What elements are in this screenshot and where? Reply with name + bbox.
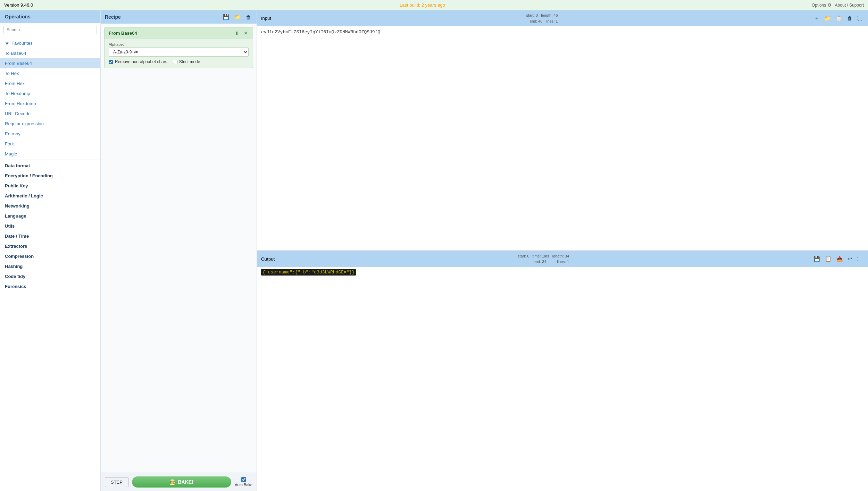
sidebar-item-label: Language bbox=[5, 213, 26, 219]
sidebar-item-label: Magic bbox=[5, 151, 17, 156]
sidebar-item-label: Networking bbox=[5, 203, 30, 209]
output-copy-button[interactable]: 📋 bbox=[824, 255, 833, 263]
output-undo-button[interactable]: ↩ bbox=[846, 255, 854, 263]
sidebar-item-label: From Hex bbox=[5, 81, 25, 86]
sidebar-item-to-base64[interactable]: To Base64 bbox=[0, 48, 100, 58]
search-box bbox=[0, 23, 100, 37]
sidebar-item-extractors[interactable]: Extractors bbox=[0, 241, 100, 251]
recipe-body: From Base64 ⏸ ✕ Alphabet A-Za-z0-9+/= A-… bbox=[101, 24, 257, 473]
op-close-button[interactable]: ✕ bbox=[243, 30, 249, 36]
output-stat-line2: end: 34 lines: 1 bbox=[534, 259, 569, 265]
sidebar-item-forensics[interactable]: Forensics bbox=[0, 281, 100, 291]
strict-mode-checkbox-label[interactable]: Strict mode bbox=[173, 59, 200, 64]
io-panel: Input start: 0 length: 46 end: 46 lines:… bbox=[257, 10, 868, 491]
recipe-save-button[interactable]: 💾 bbox=[222, 13, 231, 21]
sidebar-item-language[interactable]: Language bbox=[0, 211, 100, 221]
sidebar-item-date-time[interactable]: Date / Time bbox=[0, 231, 100, 241]
sidebar-item-code-tidy[interactable]: Code tidy bbox=[0, 271, 100, 281]
search-input[interactable] bbox=[3, 26, 97, 34]
sidebar-item-label: Arithmetic / Logic bbox=[5, 193, 43, 198]
op-pause-button[interactable]: ⏸ bbox=[234, 30, 241, 36]
sidebar-item-entropy[interactable]: Entropy bbox=[0, 129, 100, 139]
options-about-group: Options ⚙ About / Support bbox=[812, 2, 864, 8]
step-button[interactable]: STEP bbox=[105, 477, 128, 487]
sidebar-item-label: Forensics bbox=[5, 284, 26, 289]
sidebar-item-compression[interactable]: Compression bbox=[0, 251, 100, 261]
auto-bake-wrap: Auto Bake bbox=[235, 477, 252, 487]
sidebar-item-from-base64[interactable]: From Base64 bbox=[0, 58, 100, 68]
input-add-button[interactable]: ＋ bbox=[813, 14, 821, 22]
options-link[interactable]: Options ⚙ bbox=[812, 2, 832, 8]
sidebar-item-fork[interactable]: Fork bbox=[0, 139, 100, 149]
version-label: Version 9.46.0 bbox=[4, 2, 33, 8]
output-header-icons: 💾 📋 📥 ↩ ⛶ bbox=[812, 255, 864, 263]
output-stats: start: 0 time: 1ms length: 34 end: 34 li… bbox=[518, 253, 569, 265]
remove-non-alphabet-checkbox-label[interactable]: Remove non-alphabet chars bbox=[109, 59, 167, 64]
sidebar-header: Operations bbox=[0, 10, 100, 23]
sidebar-item-hashing[interactable]: Hashing bbox=[0, 261, 100, 271]
sidebar-item-label: Extractors bbox=[5, 244, 27, 249]
sidebar-item-to-hexdump[interactable]: To Hexdump bbox=[0, 88, 100, 99]
input-panel: Input start: 0 length: 46 end: 46 lines:… bbox=[257, 10, 868, 251]
recipe-header: Recipe 💾 📁 🗑 bbox=[101, 10, 257, 24]
auto-bake-checkbox[interactable] bbox=[241, 477, 246, 482]
sidebar-item-label: Regular expression bbox=[5, 121, 44, 126]
sidebar-item-from-hexdump[interactable]: From Hexdump bbox=[0, 99, 100, 109]
sidebar-item-label: Date / Time bbox=[5, 234, 29, 239]
input-stat-start-end: start: 0 length: 46 bbox=[526, 12, 558, 18]
sidebar-item-arithmetic-logic[interactable]: Arithmetic / Logic bbox=[0, 191, 100, 201]
sidebar-item-label: Code tidy bbox=[5, 274, 25, 279]
sidebar-item-label: To Hexdump bbox=[5, 91, 30, 96]
sidebar-item-magic[interactable]: Magic bbox=[0, 149, 100, 159]
about-link[interactable]: About / Support bbox=[835, 3, 864, 8]
output-expand-button[interactable]: ⛶ bbox=[856, 255, 864, 263]
recipe-folder-button[interactable]: 📁 bbox=[233, 13, 242, 21]
remove-non-alphabet-checkbox[interactable] bbox=[109, 60, 113, 64]
input-stat-end-lines: end: 46 lines: 1 bbox=[530, 18, 558, 24]
output-save-button[interactable]: 💾 bbox=[812, 255, 821, 263]
input-header-icons: ＋ 📁 📋 🗑 ⛶ bbox=[813, 14, 864, 22]
sidebar-item-utils[interactable]: Utils bbox=[0, 221, 100, 231]
recipe-header-icons: 💾 📁 🗑 bbox=[222, 13, 252, 21]
input-trash-button[interactable]: 🗑 bbox=[846, 15, 854, 22]
sidebar-item-label: URL Decode bbox=[5, 111, 31, 116]
op-card-icons: ⏸ ✕ bbox=[234, 30, 249, 36]
sidebar-item-label: Favourites bbox=[11, 41, 33, 46]
main-layout: Operations ★ Favourites To Base64 From B… bbox=[0, 10, 868, 491]
op-card-header: From Base64 ⏸ ✕ bbox=[105, 27, 253, 39]
sidebar-item-encryption-encoding[interactable]: Encryption / Encoding bbox=[0, 171, 100, 181]
sidebar-item-from-hex[interactable]: From Hex bbox=[0, 78, 100, 88]
input-textarea[interactable] bbox=[257, 26, 868, 251]
sidebar-item-label: Hashing bbox=[5, 264, 23, 269]
operations-list: ★ Favourites To Base64 From Base64 To He… bbox=[0, 37, 100, 491]
output-header: Output start: 0 time: 1ms length: 34 end… bbox=[257, 251, 868, 267]
input-expand-button[interactable]: ⛶ bbox=[856, 15, 864, 22]
output-paste-button[interactable]: 📥 bbox=[835, 255, 844, 263]
input-paste-button[interactable]: 📋 bbox=[834, 15, 844, 22]
options-label: Options bbox=[812, 3, 826, 8]
sidebar-item-networking[interactable]: Networking bbox=[0, 201, 100, 211]
sidebar-item-label: Compression bbox=[5, 254, 34, 259]
bake-button[interactable]: 🧑‍🍳 BAKE! bbox=[132, 476, 231, 488]
about-label: About / Support bbox=[835, 3, 864, 8]
output-panel: Output start: 0 time: 1ms length: 34 end… bbox=[257, 251, 868, 491]
auto-bake-label: Auto Bake bbox=[235, 483, 252, 487]
sidebar-item-to-hex[interactable]: To Hex bbox=[0, 68, 100, 78]
input-open-button[interactable]: 📁 bbox=[823, 15, 832, 22]
alphabet-select[interactable]: A-Za-z0-9+/= A-Za-z0-9-_ A-Za-z0-9+/ bbox=[109, 48, 249, 57]
sidebar-item-url-decode[interactable]: URL Decode bbox=[0, 109, 100, 119]
output-content: {"username":{" b":"d3d3LWRhdGE="}} bbox=[257, 267, 868, 491]
sidebar-item-favourites[interactable]: ★ Favourites bbox=[0, 38, 100, 48]
strict-mode-checkbox[interactable] bbox=[173, 60, 177, 64]
output-stat-line1: start: 0 time: 1ms length: 34 bbox=[518, 253, 569, 259]
strict-mode-label: Strict mode bbox=[179, 59, 200, 64]
recipe-trash-button[interactable]: 🗑 bbox=[244, 14, 252, 21]
operation-card-from-base64: From Base64 ⏸ ✕ Alphabet A-Za-z0-9+/= A-… bbox=[104, 27, 253, 68]
sidebar-item-regular-expression[interactable]: Regular expression bbox=[0, 119, 100, 129]
sidebar-item-public-key[interactable]: Public Key bbox=[0, 181, 100, 191]
sidebar-item-data-format[interactable]: Data format bbox=[0, 161, 100, 171]
sidebar-item-label: To Hex bbox=[5, 71, 19, 76]
sidebar-item-label: From Base64 bbox=[5, 61, 32, 66]
sidebar-item-label: Utils bbox=[5, 223, 15, 229]
sidebar-item-label: Encryption / Encoding bbox=[5, 173, 53, 178]
